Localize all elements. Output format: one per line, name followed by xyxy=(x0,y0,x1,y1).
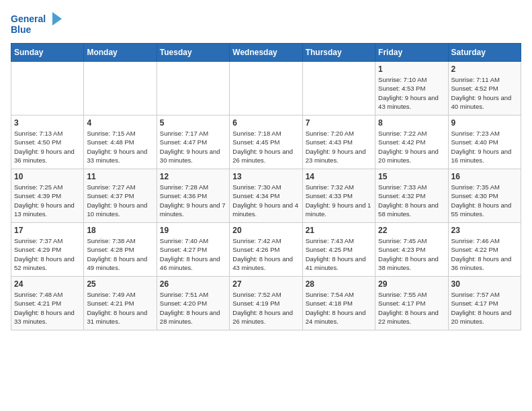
calendar-cell: 13Sunrise: 7:30 AM Sunset: 4:34 PM Dayli… xyxy=(230,169,302,223)
logo-svg: GeneralBlue xyxy=(11,11,64,38)
day-info: Sunrise: 7:28 AM Sunset: 4:36 PM Dayligh… xyxy=(160,183,226,218)
day-header-tuesday: Tuesday xyxy=(157,44,229,62)
day-info: Sunrise: 7:46 AM Sunset: 4:22 PM Dayligh… xyxy=(451,236,518,272)
day-info: Sunrise: 7:37 AM Sunset: 4:29 PM Dayligh… xyxy=(14,236,81,272)
calendar-cell: 10Sunrise: 7:25 AM Sunset: 4:39 PM Dayli… xyxy=(11,169,84,223)
calendar-cell: 22Sunrise: 7:45 AM Sunset: 4:23 PM Dayli… xyxy=(375,223,448,277)
day-info: Sunrise: 7:32 AM Sunset: 4:33 PM Dayligh… xyxy=(306,183,372,218)
day-info: Sunrise: 7:27 AM Sunset: 4:37 PM Dayligh… xyxy=(87,183,153,218)
day-number: 21 xyxy=(306,226,372,235)
calendar-cell: 29Sunrise: 7:55 AM Sunset: 4:17 PM Dayli… xyxy=(375,277,448,330)
day-header-monday: Monday xyxy=(84,44,157,62)
calendar-cell xyxy=(157,62,229,116)
day-number: 7 xyxy=(306,118,372,128)
day-info: Sunrise: 7:52 AM Sunset: 4:19 PM Dayligh… xyxy=(232,290,299,326)
day-number: 29 xyxy=(378,279,445,289)
day-info: Sunrise: 7:35 AM Sunset: 4:30 PM Dayligh… xyxy=(451,183,518,218)
svg-text:General: General xyxy=(11,13,46,24)
day-header-saturday: Saturday xyxy=(448,44,521,62)
day-info: Sunrise: 7:13 AM Sunset: 4:50 PM Dayligh… xyxy=(14,129,81,165)
calendar-cell: 19Sunrise: 7:40 AM Sunset: 4:27 PM Dayli… xyxy=(157,223,229,277)
svg-text:Blue: Blue xyxy=(11,24,32,35)
calendar-cell: 26Sunrise: 7:51 AM Sunset: 4:20 PM Dayli… xyxy=(157,277,229,330)
day-number: 16 xyxy=(451,172,518,181)
day-info: Sunrise: 7:57 AM Sunset: 4:17 PM Dayligh… xyxy=(451,290,518,326)
day-info: Sunrise: 7:25 AM Sunset: 4:39 PM Dayligh… xyxy=(14,183,81,218)
day-info: Sunrise: 7:23 AM Sunset: 4:40 PM Dayligh… xyxy=(451,129,518,165)
calendar-cell: 28Sunrise: 7:54 AM Sunset: 4:18 PM Dayli… xyxy=(302,277,375,330)
day-info: Sunrise: 7:48 AM Sunset: 4:21 PM Dayligh… xyxy=(14,290,81,326)
day-number: 23 xyxy=(451,226,518,235)
calendar-cell: 3Sunrise: 7:13 AM Sunset: 4:50 PM Daylig… xyxy=(11,116,84,169)
day-info: Sunrise: 7:22 AM Sunset: 4:42 PM Dayligh… xyxy=(378,129,445,165)
calendar-cell: 12Sunrise: 7:28 AM Sunset: 4:36 PM Dayli… xyxy=(157,169,229,223)
day-number: 9 xyxy=(451,118,518,128)
day-number: 2 xyxy=(451,64,518,74)
calendar-cell: 15Sunrise: 7:33 AM Sunset: 4:32 PM Dayli… xyxy=(375,169,448,223)
calendar-cell: 21Sunrise: 7:43 AM Sunset: 4:25 PM Dayli… xyxy=(302,223,375,277)
calendar-cell: 7Sunrise: 7:20 AM Sunset: 4:43 PM Daylig… xyxy=(302,116,375,169)
calendar-cell: 6Sunrise: 7:18 AM Sunset: 4:45 PM Daylig… xyxy=(230,116,302,169)
calendar-cell xyxy=(230,62,302,116)
day-info: Sunrise: 7:17 AM Sunset: 4:47 PM Dayligh… xyxy=(160,129,226,165)
calendar-cell xyxy=(302,62,375,116)
day-number: 24 xyxy=(14,279,81,289)
day-number: 1 xyxy=(378,64,445,74)
day-number: 30 xyxy=(451,279,518,289)
calendar-cell: 23Sunrise: 7:46 AM Sunset: 4:22 PM Dayli… xyxy=(448,223,521,277)
day-number: 14 xyxy=(306,172,372,181)
day-header-friday: Friday xyxy=(375,44,448,62)
day-number: 8 xyxy=(378,118,445,128)
day-info: Sunrise: 7:11 AM Sunset: 4:52 PM Dayligh… xyxy=(451,75,518,111)
day-number: 22 xyxy=(378,226,445,235)
day-info: Sunrise: 7:45 AM Sunset: 4:23 PM Dayligh… xyxy=(378,236,445,272)
day-number: 6 xyxy=(232,118,299,128)
calendar-cell: 9Sunrise: 7:23 AM Sunset: 4:40 PM Daylig… xyxy=(448,116,521,169)
calendar-cell: 5Sunrise: 7:17 AM Sunset: 4:47 PM Daylig… xyxy=(157,116,229,169)
day-info: Sunrise: 7:15 AM Sunset: 4:48 PM Dayligh… xyxy=(87,129,153,165)
day-info: Sunrise: 7:49 AM Sunset: 4:21 PM Dayligh… xyxy=(87,290,153,326)
day-number: 17 xyxy=(14,226,81,235)
svg-marker-2 xyxy=(52,12,62,26)
day-number: 28 xyxy=(306,279,372,289)
calendar-cell: 8Sunrise: 7:22 AM Sunset: 4:42 PM Daylig… xyxy=(375,116,448,169)
day-info: Sunrise: 7:18 AM Sunset: 4:45 PM Dayligh… xyxy=(232,129,299,165)
day-number: 5 xyxy=(160,118,226,128)
day-number: 4 xyxy=(87,118,153,128)
calendar-cell: 14Sunrise: 7:32 AM Sunset: 4:33 PM Dayli… xyxy=(302,169,375,223)
logo: GeneralBlue xyxy=(11,11,64,38)
calendar-cell xyxy=(84,62,157,116)
day-number: 3 xyxy=(14,118,81,128)
calendar-cell: 24Sunrise: 7:48 AM Sunset: 4:21 PM Dayli… xyxy=(11,277,84,330)
day-info: Sunrise: 7:40 AM Sunset: 4:27 PM Dayligh… xyxy=(160,236,226,272)
day-number: 26 xyxy=(160,279,226,289)
day-info: Sunrise: 7:30 AM Sunset: 4:34 PM Dayligh… xyxy=(232,183,299,218)
day-number: 11 xyxy=(87,172,153,181)
day-number: 12 xyxy=(160,172,226,181)
header: GeneralBlue xyxy=(11,11,521,38)
day-number: 19 xyxy=(160,226,226,235)
calendar-cell: 17Sunrise: 7:37 AM Sunset: 4:29 PM Dayli… xyxy=(11,223,84,277)
day-header-sunday: Sunday xyxy=(11,44,84,62)
day-number: 27 xyxy=(232,279,299,289)
calendar-cell: 18Sunrise: 7:38 AM Sunset: 4:28 PM Dayli… xyxy=(84,223,157,277)
day-number: 13 xyxy=(232,172,299,181)
calendar-cell: 4Sunrise: 7:15 AM Sunset: 4:48 PM Daylig… xyxy=(84,116,157,169)
calendar-cell: 1Sunrise: 7:10 AM Sunset: 4:53 PM Daylig… xyxy=(375,62,448,116)
day-info: Sunrise: 7:43 AM Sunset: 4:25 PM Dayligh… xyxy=(306,236,372,272)
day-info: Sunrise: 7:10 AM Sunset: 4:53 PM Dayligh… xyxy=(378,75,445,111)
day-number: 10 xyxy=(14,172,81,181)
day-number: 20 xyxy=(232,226,299,235)
calendar-cell: 16Sunrise: 7:35 AM Sunset: 4:30 PM Dayli… xyxy=(448,169,521,223)
day-info: Sunrise: 7:42 AM Sunset: 4:26 PM Dayligh… xyxy=(232,236,299,272)
day-info: Sunrise: 7:55 AM Sunset: 4:17 PM Dayligh… xyxy=(378,290,445,326)
calendar-cell: 2Sunrise: 7:11 AM Sunset: 4:52 PM Daylig… xyxy=(448,62,521,116)
day-number: 25 xyxy=(87,279,153,289)
calendar-table: SundayMondayTuesdayWednesdayThursdayFrid… xyxy=(11,43,521,330)
calendar-cell xyxy=(11,62,84,116)
day-number: 18 xyxy=(87,226,153,235)
calendar-cell: 27Sunrise: 7:52 AM Sunset: 4:19 PM Dayli… xyxy=(230,277,302,330)
calendar-cell: 25Sunrise: 7:49 AM Sunset: 4:21 PM Dayli… xyxy=(84,277,157,330)
calendar-cell: 11Sunrise: 7:27 AM Sunset: 4:37 PM Dayli… xyxy=(84,169,157,223)
calendar-cell: 20Sunrise: 7:42 AM Sunset: 4:26 PM Dayli… xyxy=(230,223,302,277)
